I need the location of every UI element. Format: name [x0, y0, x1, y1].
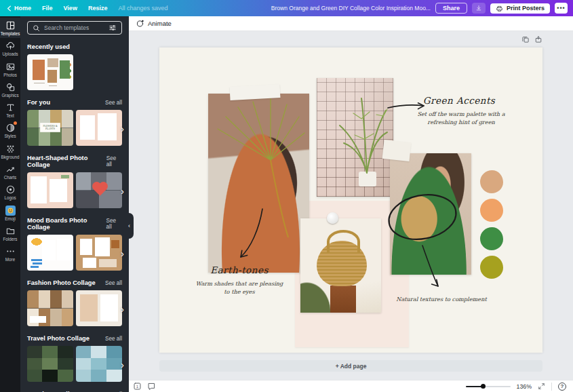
- travel-section: Travel Photo Collage See all ›: [20, 335, 129, 382]
- chevron-right-icon[interactable]: ›: [121, 359, 124, 369]
- sidebar-item-uploads[interactable]: Uploads: [0, 38, 20, 58]
- more-options-button[interactable]: •••: [555, 3, 568, 14]
- search-box[interactable]: [27, 21, 122, 35]
- photo-woman-palm-leaf[interactable]: [208, 94, 309, 273]
- chevron-right-icon[interactable]: ›: [121, 248, 124, 258]
- add-page-button[interactable]: + Add page: [159, 360, 542, 372]
- color-swatch-olive[interactable]: [480, 256, 503, 279]
- chevron-right-icon[interactable]: ›: [121, 185, 124, 195]
- palm-leaf-graphic: [208, 94, 309, 273]
- status-bar: 1 136% ?: [129, 380, 573, 392]
- sidebar-item-logos[interactable]: Logos: [0, 182, 20, 202]
- section-title: Mood Boards Photo Collage: [27, 217, 106, 231]
- color-swatch-green[interactable]: [480, 227, 503, 250]
- zoom-level[interactable]: 136%: [517, 383, 532, 390]
- see-all-link[interactable]: See all: [105, 336, 122, 342]
- photos-icon: [5, 62, 16, 72]
- chevron-right-icon[interactable]: ›: [121, 303, 124, 313]
- sidebar-item-styles[interactable]: Styles: [0, 120, 20, 140]
- template-thumbnail[interactable]: [27, 235, 73, 271]
- sidebar-item-background[interactable]: Bkground: [0, 141, 20, 161]
- see-all-link[interactable]: See all: [106, 155, 122, 168]
- side-rail: Templates Uploads Photos Graphics Text: [0, 16, 20, 392]
- home-button[interactable]: Home: [7, 5, 31, 12]
- print-posters-button[interactable]: Print Posters: [490, 3, 550, 14]
- zoom-slider[interactable]: [466, 386, 511, 387]
- download-button[interactable]: [472, 3, 486, 14]
- subtitle-line: Warm shades that are pleasing: [196, 280, 283, 287]
- template-thumbnail[interactable]: [76, 346, 122, 382]
- recently-used-section: Recently used: [20, 43, 129, 90]
- sidebar-item-text[interactable]: Text: [0, 100, 20, 120]
- canvas-area[interactable]: Green Accents Set off the warm palette w…: [129, 31, 573, 380]
- menu-resize[interactable]: Resize: [88, 5, 108, 12]
- duplicate-page-button[interactable]: [521, 35, 530, 43]
- natural-textures-caption[interactable]: Natural textures to complement: [394, 295, 489, 303]
- design-page[interactable]: Green Accents Set off the warm palette w…: [159, 47, 542, 353]
- filter-icon[interactable]: [108, 24, 117, 32]
- photo-woman-green-top[interactable]: [390, 153, 471, 275]
- animate-icon: [136, 19, 144, 28]
- menu-view[interactable]: View: [64, 5, 77, 12]
- download-icon: [475, 5, 482, 12]
- see-all-link[interactable]: See all: [106, 218, 122, 230]
- menu-file[interactable]: File: [42, 5, 53, 12]
- add-page-icon: [534, 35, 542, 43]
- template-thumbnail[interactable]: [76, 290, 122, 326]
- earth-tones-subtitle[interactable]: Warm shades that are pleasing to the eye…: [195, 279, 283, 296]
- sidebar-item-label: Bkground: [1, 155, 20, 159]
- photo-straw-basket[interactable]: [300, 218, 381, 313]
- panel-collapse-handle[interactable]: ‹: [125, 213, 134, 239]
- template-thumbnail[interactable]: [76, 110, 122, 146]
- template-row: FLOWERS & PLANTS ›: [27, 110, 122, 146]
- ellipsis-icon: •••: [557, 5, 565, 12]
- zoom-slider-thumb[interactable]: [481, 384, 486, 389]
- template-thumbnail[interactable]: [27, 172, 73, 208]
- chevron-right-icon[interactable]: ›: [121, 123, 124, 133]
- sidebar-item-more[interactable]: More: [0, 243, 20, 264]
- see-all-link[interactable]: See all: [105, 280, 122, 286]
- sidebar-item-folders[interactable]: Folders: [0, 223, 20, 243]
- sidebar-item-label: Text: [6, 114, 14, 118]
- search-input[interactable]: [44, 24, 104, 31]
- add-page-icon-button[interactable]: [534, 35, 542, 43]
- animate-button[interactable]: Animate: [148, 20, 172, 27]
- green-accents-title[interactable]: Green Accents: [418, 95, 500, 106]
- template-thumbnail[interactable]: [76, 172, 122, 208]
- sidebar-item-charts[interactable]: Charts: [0, 161, 20, 182]
- paper-scrap[interactable]: [382, 140, 412, 161]
- template-thumbnail[interactable]: [27, 290, 73, 326]
- sidebar-item-templates[interactable]: Templates: [0, 18, 20, 38]
- photo-palm-plant[interactable]: [317, 78, 393, 197]
- sidebar-item-label: Logos: [4, 196, 16, 200]
- see-all-link[interactable]: See all: [105, 100, 122, 106]
- pages-icon[interactable]: 1: [133, 382, 142, 391]
- template-thumbnail[interactable]: [76, 235, 122, 271]
- template-row: [27, 54, 122, 90]
- template-thumbnail[interactable]: [27, 54, 73, 90]
- paper-tape[interactable]: [230, 84, 281, 100]
- notes-icon[interactable]: [147, 382, 156, 391]
- search-icon: [33, 24, 40, 32]
- template-thumbnail[interactable]: [27, 346, 73, 382]
- pin-circle[interactable]: [327, 212, 338, 224]
- sidebar-item-graphics[interactable]: Graphics: [0, 79, 20, 100]
- wooden-stool: [330, 286, 356, 313]
- sidebar-item-emoji[interactable]: Emoji: [0, 203, 20, 223]
- charts-icon: [5, 164, 16, 174]
- back-chevron-icon: [7, 5, 12, 12]
- sidebar-item-label: Charts: [4, 176, 17, 180]
- section-title: Travel Photo Collage: [27, 335, 90, 342]
- color-swatch-orange[interactable]: [480, 199, 503, 222]
- earth-tones-title[interactable]: Earth-tones: [199, 264, 280, 275]
- green-accents-subtitle[interactable]: Set off the warm palette with a refreshi…: [417, 110, 505, 127]
- section-title: Recently used: [27, 43, 70, 50]
- sidebar-item-photos[interactable]: Photos: [0, 59, 20, 79]
- color-swatch-tan[interactable]: [480, 170, 503, 193]
- chevron-left-icon: ‹: [128, 222, 130, 229]
- document-title[interactable]: Brown Orange and Green DIY Collage Color…: [271, 5, 431, 12]
- share-button[interactable]: Share: [435, 3, 467, 14]
- fullscreen-icon[interactable]: [538, 383, 545, 390]
- template-thumbnail[interactable]: FLOWERS & PLANTS: [27, 110, 73, 146]
- help-button[interactable]: ?: [558, 383, 566, 391]
